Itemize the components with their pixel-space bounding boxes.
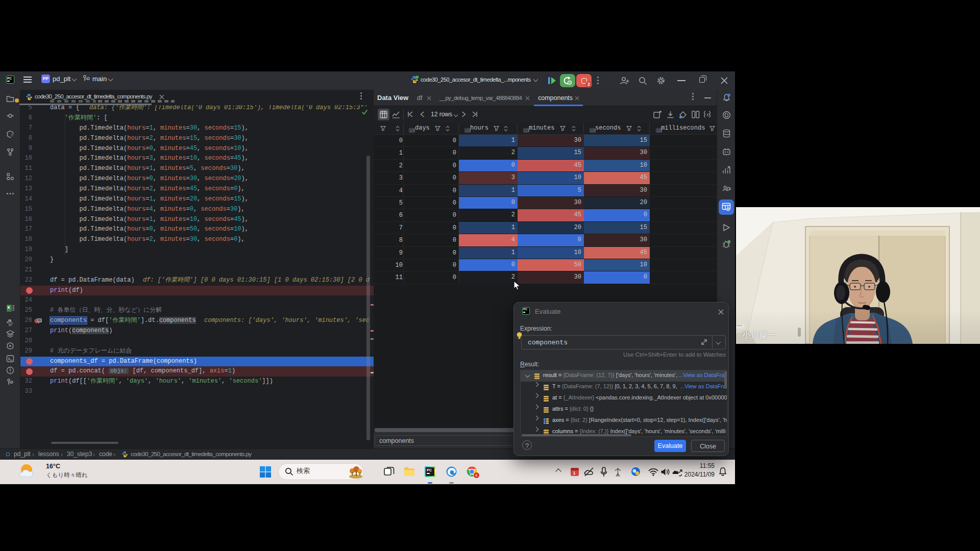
svg-text:?: ? xyxy=(10,133,12,138)
svg-text:1: 1 xyxy=(573,470,576,475)
